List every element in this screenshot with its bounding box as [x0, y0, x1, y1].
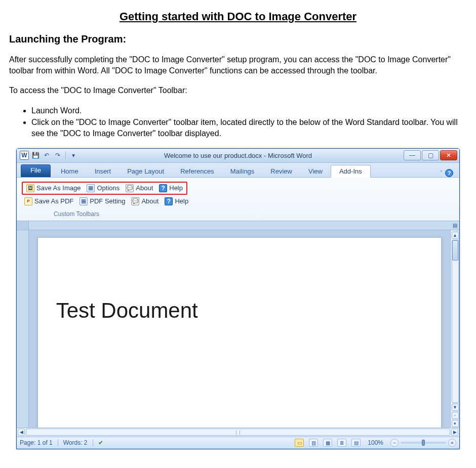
about-button[interactable]: About	[124, 184, 154, 193]
fullscreen-reading-view-icon[interactable]: ▥	[309, 439, 318, 447]
options-button[interactable]: Options	[85, 184, 121, 193]
titlebar: W 💾 ↶ ↷ ▾ Welcome to use our product.doc…	[17, 149, 459, 163]
help-icon: ?	[165, 197, 173, 205]
highlighted-toolbar: Save As Image Options About ? Help	[22, 182, 187, 195]
scrollbar-track[interactable]	[452, 240, 459, 403]
zoom-in-icon[interactable]: +	[448, 439, 456, 447]
object-browse-icon[interactable]: ◦	[452, 412, 459, 419]
redo-icon[interactable]: ↷	[53, 151, 62, 160]
draft-view-icon[interactable]: ▤	[351, 439, 361, 447]
button-label: About	[141, 197, 158, 205]
help-button[interactable]: ? Help	[163, 197, 190, 206]
separator	[93, 439, 93, 446]
ruler-corner	[17, 221, 29, 230]
status-page[interactable]: Page: 1 of 1	[20, 439, 53, 446]
help-icon: ?	[159, 184, 167, 192]
separator	[65, 151, 66, 159]
ribbon-group-label: Custom Toolbars	[21, 207, 132, 220]
status-words[interactable]: Words: 2	[63, 439, 88, 446]
tab-references[interactable]: References	[172, 165, 222, 177]
save-icon[interactable]: 💾	[31, 151, 40, 160]
page-viewport[interactable]: Test Document	[29, 230, 450, 428]
print-layout-view-icon[interactable]: ▭	[295, 439, 304, 447]
tab-review[interactable]: Review	[262, 165, 300, 177]
separator	[58, 439, 58, 446]
document-area: Test Document ▲ ▼ ◦ ▾	[17, 230, 459, 428]
split-handle-icon[interactable]	[236, 431, 240, 435]
about-button[interactable]: About	[130, 197, 160, 206]
status-bar: Page: 1 of 1 Words: 2 ✔ ▭ ▥ ▦ ≣ ▤ 100% −…	[17, 437, 459, 449]
tab-home[interactable]: Home	[53, 165, 87, 177]
help-button[interactable]: ? Help	[157, 184, 184, 193]
zoom-out-icon[interactable]: −	[390, 439, 399, 447]
maximize-button[interactable]: ▢	[422, 150, 439, 160]
tab-page-layout[interactable]: Page Layout	[119, 165, 172, 177]
list-item: Click on the "DOC to Image Converter" to…	[31, 117, 470, 139]
tab-insert[interactable]: Insert	[87, 165, 120, 177]
tab-mailings[interactable]: Mailings	[222, 165, 263, 177]
page-title: Getting started with DOC to Image Conver…	[6, 10, 470, 23]
ribbon-tabs: File Home Insert Page Layout References …	[17, 163, 459, 177]
document-page[interactable]: Test Document	[37, 237, 442, 428]
tab-addins[interactable]: Add-Ins	[331, 165, 371, 178]
help-icon[interactable]: ?	[445, 169, 453, 177]
ruler-row: ▤	[17, 221, 459, 230]
minimize-ribbon-icon[interactable]: ˆ	[440, 170, 442, 176]
word-logo-icon: W	[20, 151, 29, 160]
scrollbar-thumb[interactable]	[452, 240, 458, 261]
section-heading: Launching the Program:	[9, 33, 470, 45]
intro-paragraph: After successfully completing the "DOC t…	[9, 54, 467, 76]
grid-icon	[80, 197, 88, 205]
list-item: Launch Word.	[31, 105, 470, 116]
grid-icon	[87, 184, 95, 192]
save-as-image-button[interactable]: Save As Image	[25, 184, 82, 193]
zoom-track[interactable]	[401, 442, 446, 444]
zoom-level[interactable]: 100%	[368, 439, 383, 446]
scroll-up-icon[interactable]: ▲	[452, 232, 459, 239]
minimize-button[interactable]: —	[404, 150, 421, 160]
tab-file[interactable]: File	[21, 164, 51, 177]
horizontal-ruler[interactable]	[29, 221, 450, 230]
button-label: Help	[175, 197, 188, 205]
button-label: PDF Setting	[90, 197, 125, 205]
qat-customize-icon[interactable]: ▾	[69, 151, 78, 160]
horizontal-scrollbar[interactable]: ◀ ▶	[17, 428, 459, 437]
instruction-lead: To access the "DOC to Image Converter" T…	[9, 85, 467, 96]
pdf-icon: P	[24, 197, 32, 205]
pdf-setting-button[interactable]: PDF Setting	[78, 197, 127, 206]
vertical-ruler[interactable]	[17, 230, 29, 428]
word-window: W 💾 ↶ ↷ ▾ Welcome to use our product.doc…	[16, 148, 460, 449]
zoom-slider[interactable]: − +	[390, 439, 456, 447]
close-button[interactable]: ✕	[440, 150, 457, 160]
zoom-thumb[interactable]	[422, 440, 425, 446]
chat-icon	[126, 184, 134, 192]
undo-icon[interactable]: ↶	[42, 151, 51, 160]
window-title: Welcome to use our product.docx - Micros…	[17, 152, 459, 159]
outline-view-icon[interactable]: ≣	[337, 439, 346, 447]
instruction-list: Launch Word. Click on the "DOC to Image …	[21, 105, 470, 139]
button-label: Options	[97, 184, 120, 192]
scroll-right-icon[interactable]: ▶	[451, 429, 458, 436]
web-layout-view-icon[interactable]: ▦	[323, 439, 332, 447]
tab-view[interactable]: View	[300, 165, 331, 177]
next-page-icon[interactable]: ▾	[452, 420, 459, 427]
document-text[interactable]: Test Document	[56, 299, 423, 323]
scroll-left-icon[interactable]: ◀	[18, 429, 25, 436]
button-label: About	[136, 184, 153, 192]
button-label: Help	[169, 184, 183, 192]
vertical-scrollbar[interactable]: ▲ ▼ ◦ ▾	[450, 230, 459, 428]
ruler-toggle-icon[interactable]: ▤	[450, 221, 459, 230]
image-icon	[26, 184, 34, 192]
quick-access-toolbar: 💾 ↶ ↷ ▾	[31, 151, 78, 160]
save-as-pdf-button[interactable]: P Save As PDF	[23, 197, 75, 206]
button-label: Save As PDF	[34, 197, 73, 205]
ribbon-body: Save As Image Options About ? Help P	[17, 177, 459, 221]
proofing-icon[interactable]: ✔	[98, 439, 103, 446]
hscroll-track[interactable]	[26, 429, 450, 436]
button-label: Save As Image	[36, 184, 81, 192]
chat-icon	[131, 197, 139, 205]
scroll-down-icon[interactable]: ▼	[452, 404, 459, 411]
